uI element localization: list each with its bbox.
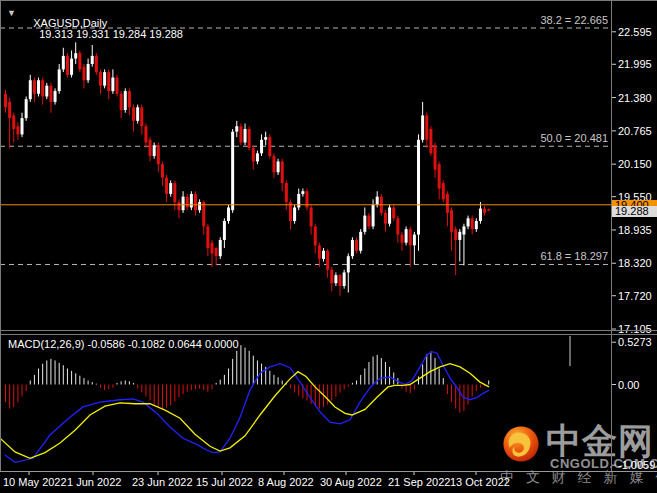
candle-body (153, 145, 156, 156)
candle-body (260, 140, 263, 154)
candle-body (405, 229, 408, 243)
candle-body (231, 132, 234, 211)
candle-body (21, 118, 24, 134)
candle-body (54, 91, 57, 102)
axis-left-border (611, 0, 612, 471)
candle-body (388, 207, 391, 223)
price-axis-label[interactable]: 21.380 (618, 93, 652, 104)
candle-body (202, 202, 205, 226)
candle-body (128, 91, 131, 107)
candle-body (347, 256, 350, 272)
candle-body (227, 207, 230, 221)
candle-body (326, 251, 329, 270)
candle-body (169, 183, 172, 194)
candle-body (12, 115, 15, 129)
price-chart-canvas[interactable] (0, 0, 657, 493)
candle-body (219, 240, 222, 256)
candle-body (471, 218, 474, 229)
macd-axis-label[interactable]: 0.00 (618, 380, 639, 391)
candle-body (458, 232, 461, 240)
candle-body (421, 115, 424, 139)
price-axis-label[interactable]: 18.935 (618, 225, 652, 236)
candle-body (74, 53, 77, 58)
candle-body (434, 145, 437, 169)
price-axis-label[interactable]: 22.595 (618, 27, 652, 38)
date-axis-label[interactable]: 21 Sep 2022 (388, 477, 450, 488)
date-axis-label[interactable]: 13 Oct 2022 (450, 477, 510, 488)
macd-axis-label[interactable]: -1.0059 (618, 460, 655, 471)
window-top-border (0, 0, 657, 1)
candle-body (244, 129, 247, 143)
candle-body (318, 245, 321, 259)
candle-body (29, 80, 32, 99)
candle-body (396, 218, 399, 234)
pane-separator-bottom[interactable] (0, 334, 657, 335)
candle-body (277, 161, 280, 172)
macd-signal-line (0, 364, 489, 459)
candle-body (462, 226, 465, 234)
pane-separator-top[interactable] (0, 330, 657, 331)
candle-body (4, 94, 7, 108)
candle-body (339, 275, 342, 286)
candle-body (272, 156, 275, 172)
macd-main-line (5, 352, 489, 463)
price-axis-label[interactable]: 21.995 (618, 59, 652, 70)
candle-body (33, 80, 36, 94)
mt4-chart-window: 中金网 CNGOLD.COM.CN 中 文 财 经 新 媒 体 ▼ XAGUSD… (0, 0, 657, 493)
candle-body (124, 91, 127, 110)
candle-body (41, 80, 44, 96)
candle-body (149, 140, 152, 156)
candle-body (487, 209, 490, 210)
candle-body (103, 72, 106, 86)
candle-body (186, 197, 189, 208)
candle-body (25, 99, 28, 118)
candle-body (235, 126, 238, 131)
candle-body (194, 194, 197, 210)
candle-body (475, 221, 478, 229)
candle-body (281, 161, 284, 183)
candle-body (144, 126, 147, 142)
candle-body (136, 107, 139, 121)
price-axis-label[interactable]: 18.320 (618, 258, 652, 269)
candle-body (132, 107, 135, 121)
price-axis-label[interactable]: 20.150 (618, 159, 652, 170)
date-axis-label[interactable]: 8 Aug 2022 (258, 477, 314, 488)
candle-body (400, 235, 403, 243)
candle-body (120, 94, 123, 110)
candle-body (285, 183, 288, 202)
candle-body (367, 216, 370, 227)
date-axis-label[interactable]: 23 Jun 2022 (132, 477, 193, 488)
candle-body (322, 251, 325, 259)
candle-body (351, 240, 354, 256)
candle-body (446, 194, 449, 213)
candle-body (483, 209, 486, 213)
date-axis-border (0, 471, 657, 472)
candle-body (310, 207, 313, 226)
candle-body (467, 218, 470, 226)
candle-body (442, 183, 445, 199)
candle-body (314, 226, 317, 245)
date-axis-label[interactable]: 10 May 2022 (3, 477, 67, 488)
date-axis-label[interactable]: 30 Aug 2022 (320, 477, 382, 488)
date-axis-label[interactable]: 15 Jul 2022 (196, 477, 253, 488)
candle-body (330, 270, 333, 284)
candle-body (116, 78, 119, 94)
candle-body (355, 240, 358, 251)
symbol-collapse-icon[interactable]: ▼ (7, 8, 16, 19)
candle-body (363, 216, 366, 232)
macd-axis-label[interactable]: 0.5273 (618, 337, 652, 348)
candle-body (157, 145, 160, 164)
price-axis-label[interactable]: 17.720 (618, 291, 652, 302)
candle-body (425, 115, 428, 139)
macd-indicator-label: MACD(12,26,9) -0.0586 -0.1082 0.0644 0.0… (8, 339, 239, 350)
candle-body (417, 140, 420, 235)
candle-body (107, 72, 110, 91)
candle-body (78, 53, 81, 69)
candle-body (87, 64, 90, 80)
price-axis-label[interactable]: 20.765 (618, 126, 652, 137)
candle-body (264, 137, 267, 140)
candle-body (268, 137, 271, 156)
candle-body (372, 205, 375, 227)
candle-body (429, 129, 432, 153)
date-axis-label[interactable]: 1 Jun 2022 (67, 477, 121, 488)
